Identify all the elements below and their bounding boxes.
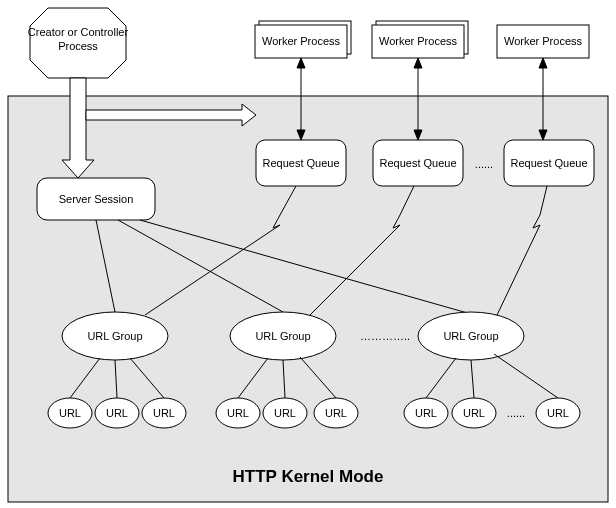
server-session-label: Server Session: [59, 193, 134, 205]
creator-node: Creator or ControllerProcess: [28, 8, 129, 78]
url-2a: URL: [227, 407, 249, 419]
worker-process-1: Worker Process: [255, 21, 351, 58]
request-queue-3: Request Queue: [504, 140, 594, 186]
request-queue-1: Request Queue: [256, 140, 346, 186]
diagram-title: HTTP Kernel Mode: [233, 467, 384, 486]
url-ellipsis: ......: [507, 407, 525, 419]
url-3b: URL: [463, 407, 485, 419]
url-group-1: URL Group: [62, 312, 168, 360]
urlgroup1-label: URL Group: [87, 330, 142, 342]
svg-marker-14: [539, 58, 547, 68]
rq1-label: Request Queue: [262, 157, 339, 169]
creator-label-line2: Process: [58, 40, 98, 52]
worker2-label: Worker Process: [379, 35, 458, 47]
url-2b: URL: [274, 407, 296, 419]
url-1b: URL: [106, 407, 128, 419]
urlgroup-ellipsis: …………..: [360, 330, 410, 342]
creator-label-line1: Creator or Controller: [28, 26, 129, 38]
url-1c: URL: [153, 407, 175, 419]
rq3-label: Request Queue: [510, 157, 587, 169]
architecture-diagram: Creator or ControllerProcess Worker Proc…: [0, 0, 616, 508]
worker1-label: Worker Process: [262, 35, 341, 47]
worker-process-3: Worker Process: [497, 25, 589, 58]
url-2c: URL: [325, 407, 347, 419]
url-3c: URL: [547, 407, 569, 419]
svg-marker-11: [414, 58, 422, 68]
svg-marker-8: [297, 58, 305, 68]
url-3a: URL: [415, 407, 437, 419]
url-1a: URL: [59, 407, 81, 419]
worker-process-2: Worker Process: [372, 21, 468, 58]
urlgroup2-label: URL Group: [255, 330, 310, 342]
url-group-2: URL Group: [230, 312, 336, 360]
worker3-label: Worker Process: [504, 35, 583, 47]
request-queue-2: Request Queue: [373, 140, 463, 186]
urlgroup3-label: URL Group: [443, 330, 498, 342]
rq-ellipsis: ......: [475, 158, 493, 170]
server-session-node: Server Session: [37, 178, 155, 220]
url-group-3: URL Group: [418, 312, 524, 360]
rq2-label: Request Queue: [379, 157, 456, 169]
